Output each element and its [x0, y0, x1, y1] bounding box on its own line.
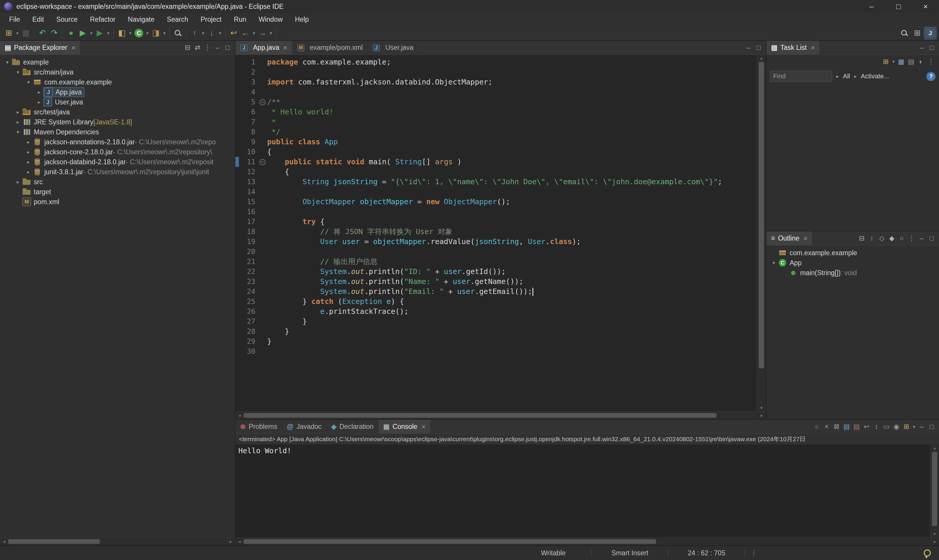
- editor-hscrollbar[interactable]: ◄ ►: [235, 411, 766, 419]
- all-filter-link[interactable]: All: [843, 72, 850, 80]
- code-text[interactable]: User user = objectMapper.readValue(jsonS…: [267, 237, 757, 247]
- scroll-lock-icon[interactable]: ↕: [871, 422, 882, 432]
- previous-annotation-icon[interactable]: ↑: [189, 27, 200, 39]
- clear-console-icon[interactable]: ▭: [882, 422, 891, 432]
- menu-source[interactable]: Source: [50, 15, 84, 23]
- console-output[interactable]: Hello World!: [235, 445, 930, 537]
- maximize-icon[interactable]: □: [222, 43, 233, 53]
- new-wizard-dropdown-icon[interactable]: ▾: [15, 31, 20, 36]
- minimize-icon[interactable]: –: [917, 233, 927, 244]
- code-text[interactable]: System.out.println("Email: " + user.getE…: [267, 286, 757, 297]
- chevron-expanded-icon[interactable]: ▾: [24, 79, 33, 85]
- chevron-expanded-icon[interactable]: ▾: [3, 59, 12, 65]
- remove-all-launches-icon[interactable]: ⊠: [831, 422, 842, 432]
- new-wizard-icon[interactable]: ⊞: [3, 27, 15, 39]
- tree-item-maven-dependencies[interactable]: ▾Maven Dependencies: [0, 127, 235, 137]
- chevron-collapsed-icon[interactable]: ▸: [24, 159, 33, 165]
- external-tools-icon[interactable]: ▶: [94, 27, 106, 39]
- chevron-collapsed-icon[interactable]: ▸: [35, 89, 43, 95]
- show-stdout-icon[interactable]: ▤: [842, 422, 851, 432]
- close-icon[interactable]: ×: [71, 44, 76, 52]
- help-icon[interactable]: ?: [927, 72, 936, 81]
- tab-package-explorer[interactable]: ▤ Package Explorer ×: [0, 41, 80, 55]
- console-vscrollbar[interactable]: [930, 445, 939, 537]
- run-icon[interactable]: ▶: [77, 27, 89, 39]
- chevron-collapsed-icon[interactable]: ▸: [14, 179, 22, 185]
- collapse-all-icon[interactable]: ⊟: [183, 43, 193, 53]
- filter-completed-icon[interactable]: ◐: [916, 56, 926, 67]
- editor-tab-app-java[interactable]: App.java×: [235, 41, 292, 55]
- code-text[interactable]: // 输出用户信息: [267, 257, 757, 267]
- tree-item-jre-system-library[interactable]: ▸JRE System Library [JavaSE-1.8]: [0, 117, 235, 127]
- editor-tab-user-java[interactable]: User.java: [368, 41, 419, 55]
- tab-problems[interactable]: ⊗Problems: [235, 420, 282, 434]
- code-text[interactable]: public class App: [267, 137, 757, 147]
- new-task-icon[interactable]: ⊞: [881, 56, 891, 67]
- chevron-collapsed-icon[interactable]: ▸: [24, 149, 33, 155]
- terminate-icon[interactable]: ■: [812, 422, 822, 432]
- undo-icon[interactable]: ↶: [37, 27, 48, 39]
- minimize-icon[interactable]: –: [917, 43, 927, 53]
- code-text[interactable]: {: [267, 147, 757, 157]
- chevron-collapsed-icon[interactable]: ▸: [35, 99, 43, 105]
- menu-edit[interactable]: Edit: [26, 15, 50, 23]
- view-menu-icon[interactable]: ⋮: [202, 43, 213, 53]
- chevron-expanded-icon[interactable]: ▾: [14, 129, 22, 135]
- chevron-expanded-icon[interactable]: ▾: [14, 69, 22, 75]
- code-text[interactable]: System.out.println("ID: " + user.getId()…: [267, 267, 757, 277]
- maximize-icon[interactable]: □: [754, 43, 763, 53]
- quick-access-search-icon[interactable]: [899, 27, 910, 39]
- code-text[interactable]: // 将 JSON 字符串转换为 User 对象: [267, 227, 757, 237]
- tab-outline[interactable]: ≡ Outline ×: [766, 231, 813, 245]
- tab-console[interactable]: ▦Console×: [379, 420, 430, 434]
- word-wrap-icon[interactable]: ↩: [862, 422, 871, 432]
- code-text[interactable]: }: [267, 337, 757, 346]
- close-icon[interactable]: ×: [421, 423, 426, 431]
- open-console-dropdown-icon[interactable]: ▾: [911, 424, 917, 429]
- tab-task-list[interactable]: ▥ Task List ×: [766, 41, 820, 55]
- code-text[interactable]: * Hello world!: [267, 107, 757, 117]
- code-text[interactable]: import com.fasterxml.jackson.databind.Ob…: [267, 77, 757, 87]
- view-menu-icon[interactable]: ⋮: [907, 233, 917, 244]
- categorized-icon[interactable]: ▦: [896, 56, 906, 67]
- show-stderr-icon[interactable]: ▤: [851, 422, 862, 432]
- code-text[interactable]: *: [267, 117, 757, 127]
- chevron-collapsed-icon[interactable]: ▸: [14, 119, 22, 125]
- new-java-project-icon[interactable]: ◧: [116, 27, 128, 39]
- close-icon[interactable]: ×: [811, 44, 815, 52]
- scroll-left-icon[interactable]: ◄: [235, 413, 244, 418]
- editor-vscrollbar[interactable]: [757, 55, 766, 411]
- code-text[interactable]: package com.example.example;: [267, 57, 757, 67]
- last-edit-location-icon[interactable]: ↩: [228, 27, 239, 39]
- code-text[interactable]: ObjectMapper objectMapper = new ObjectMa…: [267, 197, 757, 207]
- chevron-collapsed-icon[interactable]: ▸: [24, 169, 33, 175]
- close-icon[interactable]: ×: [803, 234, 808, 243]
- open-perspective-icon[interactable]: ⊞: [911, 27, 923, 39]
- scrollbar-thumb[interactable]: [759, 62, 764, 368]
- next-annotation-icon[interactable]: ↓: [206, 27, 217, 39]
- tree-item-junit-3-8-1-jar[interactable]: ▸junit-3.8.1.jar - C:\Users\meowr\.m2\re…: [0, 167, 235, 177]
- activate-link[interactable]: Activate...: [861, 72, 890, 80]
- code-text[interactable]: e.printStackTrace();: [267, 306, 757, 317]
- scheduled-icon[interactable]: ▤: [906, 56, 916, 67]
- back-icon[interactable]: ←: [239, 27, 251, 39]
- search-icon[interactable]: [172, 27, 184, 39]
- menu-run[interactable]: Run: [228, 15, 253, 23]
- code-text[interactable]: try {: [267, 217, 757, 227]
- scrollbar-thumb[interactable]: [244, 413, 717, 418]
- menu-search[interactable]: Search: [160, 15, 194, 23]
- tree-item-app[interactable]: ▾App: [766, 258, 939, 268]
- scroll-right-icon[interactable]: ►: [931, 540, 939, 544]
- package-explorer-hscrollbar[interactable]: ◄ ►: [0, 537, 235, 545]
- forward-icon[interactable]: →: [256, 27, 268, 39]
- scroll-right-icon[interactable]: ►: [758, 413, 766, 418]
- link-with-editor-icon[interactable]: ⇄: [193, 43, 202, 53]
- maximize-icon[interactable]: □: [927, 422, 937, 432]
- redo-icon[interactable]: ↷: [48, 27, 60, 39]
- fold-marker-icon[interactable]: −: [258, 159, 267, 165]
- menu-window[interactable]: Window: [253, 15, 289, 23]
- close-icon[interactable]: ×: [283, 44, 287, 52]
- tab-javadoc[interactable]: @Javadoc: [282, 420, 327, 434]
- menu-navigate[interactable]: Navigate: [122, 15, 161, 23]
- menu-file[interactable]: File: [3, 15, 26, 23]
